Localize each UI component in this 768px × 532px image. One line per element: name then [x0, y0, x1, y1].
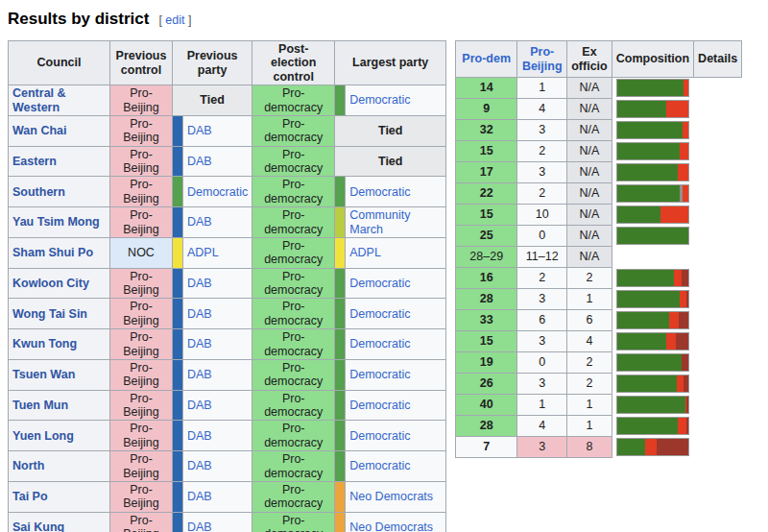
council-link[interactable]: Kwun Tong: [12, 337, 77, 351]
largest-party-link[interactable]: Community March: [349, 208, 410, 235]
previous-party-link[interactable]: DAB: [187, 155, 212, 168]
largest-party-link[interactable]: Democratic: [349, 307, 410, 321]
previous-party-color-swatch: [173, 207, 183, 238]
previous-party-link[interactable]: DAB: [187, 307, 212, 321]
ex-officio-count: N/A: [567, 183, 612, 205]
largest-party-color-swatch: [335, 359, 346, 390]
seat-count-row: 323N/A: [456, 120, 742, 141]
largest-party-link[interactable]: Democratic: [349, 399, 410, 412]
largest-party-color-swatch: [335, 268, 346, 299]
largest-party-link[interactable]: Neo Democrats: [349, 520, 433, 532]
details-cell: [694, 141, 742, 162]
largest-party-color-swatch: [335, 299, 346, 329]
council-cell: Tsuen Wan: [9, 359, 110, 390]
details-cell: [694, 247, 742, 268]
previous-control-cell: Pro-Beijing: [110, 115, 173, 146]
previous-party-link[interactable]: DAB: [187, 399, 212, 412]
district-row: SouthernPro-BeijingDemocraticPro-democra…: [9, 177, 446, 207]
council-cell: Yuen Long: [9, 421, 110, 451]
pro-dem-link[interactable]: Pro-dem: [462, 52, 511, 65]
previous-party-link[interactable]: DAB: [187, 368, 212, 381]
council-cell: Sham Shui Po: [9, 237, 110, 268]
pro-beijing-count: 1: [517, 78, 567, 99]
previous-party-link[interactable]: DAB: [187, 337, 212, 351]
council-link[interactable]: Tai Po: [12, 490, 48, 503]
council-link[interactable]: Wong Tai Sin: [12, 307, 87, 321]
composition-bar: [616, 311, 689, 329]
post-election-control-cell: Pro-democracy: [252, 146, 335, 177]
composition-segment-ex-officio: [682, 270, 688, 286]
previous-control-cell: Pro-Beijing: [110, 299, 173, 329]
ex-officio-count: N/A: [567, 247, 612, 268]
council-link[interactable]: Eastern: [12, 155, 57, 168]
largest-party-link[interactable]: Democratic: [349, 368, 410, 381]
previous-control-cell: Pro-Beijing: [110, 268, 173, 299]
composition-segment-pro-dem: [617, 164, 678, 181]
details-cell: [694, 437, 742, 458]
council-link[interactable]: Yau Tsim Mong: [12, 215, 100, 229]
seat-count-row: 738: [456, 437, 742, 458]
composition-bar: [616, 396, 689, 414]
previous-party-link[interactable]: DAB: [187, 429, 212, 443]
seat-count-row: 1902: [456, 352, 742, 374]
previous-party-link[interactable]: Democratic: [187, 185, 248, 199]
largest-party-color-swatch: [335, 481, 346, 512]
largest-party-link[interactable]: Democratic: [349, 337, 410, 351]
previous-party-link[interactable]: DAB: [187, 459, 212, 472]
col-header-council: Council: [9, 41, 110, 85]
seat-count-row: 2632: [456, 374, 742, 395]
largest-party-link[interactable]: Democratic: [349, 185, 410, 199]
previous-party-link[interactable]: DAB: [187, 277, 212, 290]
composition-segment-pro-beijing: [666, 101, 688, 117]
previous-party-link[interactable]: DAB: [187, 520, 212, 532]
council-link[interactable]: Tuen Mun: [12, 399, 68, 412]
previous-party-link[interactable]: DAB: [187, 490, 212, 503]
details-cell: [694, 331, 742, 352]
composition-bar: [616, 353, 689, 372]
composition-bar: [616, 438, 689, 456]
post-election-control-cell: Pro-democracy: [252, 237, 335, 268]
council-link[interactable]: Central & Western: [12, 86, 66, 113]
council-link[interactable]: Yuen Long: [12, 429, 74, 443]
largest-party-cell: Democratic: [346, 85, 446, 116]
composition-segment-pro-dem: [617, 143, 680, 159]
previous-party-color-swatch: [173, 329, 183, 360]
composition-segment-pro-beijing: [680, 143, 688, 159]
largest-party-link[interactable]: ADPL: [349, 246, 381, 259]
ex-officio-count: 6: [567, 310, 612, 331]
previous-party-cell: DAB: [183, 329, 252, 360]
composition-cell: [612, 141, 693, 162]
council-link[interactable]: North: [12, 459, 44, 472]
largest-party-link[interactable]: Democratic: [349, 429, 410, 443]
previous-control-cell: Pro-Beijing: [110, 329, 173, 360]
pro-beijing-link[interactable]: Pro-Beijing: [522, 45, 563, 72]
post-election-control-cell: Pro-democracy: [252, 329, 335, 360]
composition-segment-pro-dem: [617, 375, 677, 392]
council-link[interactable]: Sham Shui Po: [12, 246, 93, 259]
council-link[interactable]: Kowloon City: [12, 277, 89, 290]
council-link[interactable]: Tsuen Wan: [12, 368, 75, 381]
previous-party-link[interactable]: DAB: [187, 215, 212, 229]
edit-link[interactable]: edit: [165, 13, 184, 27]
pro-dem-count: 15: [456, 331, 517, 352]
previous-control-cell: Pro-Beijing: [110, 207, 173, 238]
composition-segment-pro-dem: [617, 101, 666, 117]
largest-party-link[interactable]: Democratic: [349, 459, 410, 472]
largest-party-link[interactable]: Neo Democrats: [349, 490, 433, 503]
pro-dem-count: 15: [456, 141, 517, 162]
largest-party-link[interactable]: Democratic: [349, 93, 410, 107]
previous-party-link[interactable]: DAB: [187, 124, 212, 137]
details-cell: [694, 310, 742, 331]
council-link[interactable]: Southern: [12, 185, 65, 199]
district-row: Kowloon CityPro-BeijingDABPro-democracyD…: [9, 268, 446, 299]
largest-party-color-swatch: [335, 451, 346, 482]
previous-party-link[interactable]: ADPL: [187, 246, 219, 259]
ex-officio-count: 1: [567, 289, 612, 310]
largest-party-link[interactable]: Democratic: [349, 277, 410, 290]
council-link[interactable]: Wan Chai: [12, 124, 66, 137]
ex-officio-count: 2: [567, 374, 612, 395]
composition-segment-pro-beijing: [666, 333, 676, 350]
council-link[interactable]: Sai Kung: [12, 520, 64, 532]
district-row: Tai PoPro-BeijingDABPro-democracyNeo Dem…: [9, 481, 446, 512]
previous-party-color-swatch: [173, 390, 183, 421]
